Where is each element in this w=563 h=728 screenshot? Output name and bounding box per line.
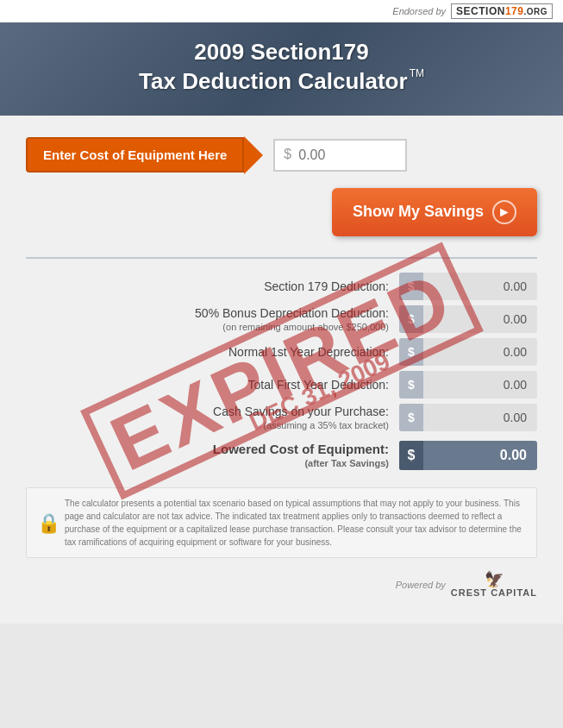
powered-by-row: Powered by 🦅 CREST CAPITAL [26, 572, 537, 606]
result-amount-3: 0.00 [423, 371, 537, 399]
result-row-lowered-cost: Lowered Cost of Equipment: (after Tax Sa… [26, 441, 537, 470]
badge-section: SECTION [456, 5, 505, 17]
result-value-lowered-cost: $ 0.00 [399, 441, 537, 470]
trademark: TM [410, 67, 424, 81]
enter-label: Enter Cost of Equipment Here [26, 137, 244, 173]
section179-badge: SECTION 179 .ORG [451, 3, 553, 19]
result-row-cash-savings: Cash Savings on your Purchase: (assuming… [26, 404, 537, 431]
result-row-bonus: 50% Bonus Depreciation Deduction: (on re… [26, 305, 537, 333]
result-label-bonus: 50% Bonus Depreciation Deduction: (on re… [26, 305, 399, 333]
disclaimer-text: The calculator presents a potential tax … [65, 499, 522, 547]
disclaimer-box: 🔒 The calculator presents a potential ta… [26, 487, 537, 558]
main-content: Enter Cost of Equipment Here $ Show My S… [0, 116, 563, 624]
savings-btn-icon: ► [492, 200, 516, 224]
result-dollar-0: $ [399, 273, 423, 300]
result-value-bonus: $ 0.00 [399, 305, 537, 333]
result-row-section179: Section 179 Deduction: $ 0.00 [26, 273, 537, 300]
header-title-line1: 2009 Section179 [17, 38, 546, 67]
results-section: EXPIRED DEC 31, 2009 Section 179 Deducti… [26, 273, 537, 470]
divider [26, 257, 537, 259]
result-dollar-3: $ [399, 371, 423, 399]
crest-bird-icon: 🦅 [485, 572, 504, 587]
result-amount-2: 0.00 [423, 338, 537, 366]
result-label-total-deduction: Total First Year Deduction: [26, 377, 399, 392]
result-value-cash-savings: $ 0.00 [399, 404, 537, 431]
page-wrapper: Endorsed by SECTION 179 .ORG 2009 Sectio… [0, 0, 563, 728]
result-label-normal: Normal 1st Year Depreciation: [26, 344, 399, 360]
badge-number: 179 [505, 5, 524, 17]
lock-icon: 🔒 [37, 508, 60, 537]
result-row-normal-depreciation: Normal 1st Year Depreciation: $ 0.00 [26, 338, 537, 366]
result-value-total-deduction: $ 0.00 [399, 371, 537, 399]
cost-input[interactable] [295, 139, 407, 172]
result-label-cash-savings: Cash Savings on your Purchase: (assuming… [26, 404, 399, 431]
result-value-normal: $ 0.00 [399, 338, 537, 366]
result-dollar-1: $ [399, 305, 423, 333]
endorsed-text: Endorsed by [392, 6, 446, 16]
page-header: 2009 Section179 Tax Deduction Calculator… [0, 22, 563, 116]
result-dollar-total: $ [399, 441, 423, 470]
savings-btn-label: Show My Savings [353, 203, 484, 221]
badge-org: .ORG [523, 7, 547, 16]
input-row: Enter Cost of Equipment Here $ [26, 136, 537, 174]
result-amount-1: 0.00 [423, 305, 537, 333]
result-amount-4: 0.00 [423, 404, 537, 431]
result-row-total-deduction: Total First Year Deduction: $ 0.00 [26, 371, 537, 399]
result-value-section179: $ 0.00 [399, 273, 537, 300]
header-title-line2: Tax Deduction CalculatorTM [17, 67, 546, 97]
cost-input-group: $ [273, 139, 407, 172]
result-amount-total: 0.00 [423, 441, 537, 470]
result-dollar-4: $ [399, 404, 423, 431]
result-label-section179: Section 179 Deduction: [26, 279, 399, 294]
show-savings-button[interactable]: Show My Savings ► [332, 188, 537, 236]
savings-btn-row: Show My Savings ► [26, 188, 537, 236]
endorsed-bar: Endorsed by SECTION 179 .ORG [0, 0, 563, 22]
powered-by-text: Powered by [396, 580, 446, 590]
result-label-lowered-cost: Lowered Cost of Equipment: (after Tax Sa… [26, 441, 399, 470]
crest-capital-logo: 🦅 CREST CAPITAL [451, 572, 537, 598]
dollar-prefix: $ [273, 139, 295, 172]
result-dollar-2: $ [399, 338, 423, 366]
result-amount-0: 0.00 [423, 273, 537, 300]
crest-brand-text: CREST CAPITAL [451, 587, 537, 598]
arrow-icon [244, 136, 263, 174]
